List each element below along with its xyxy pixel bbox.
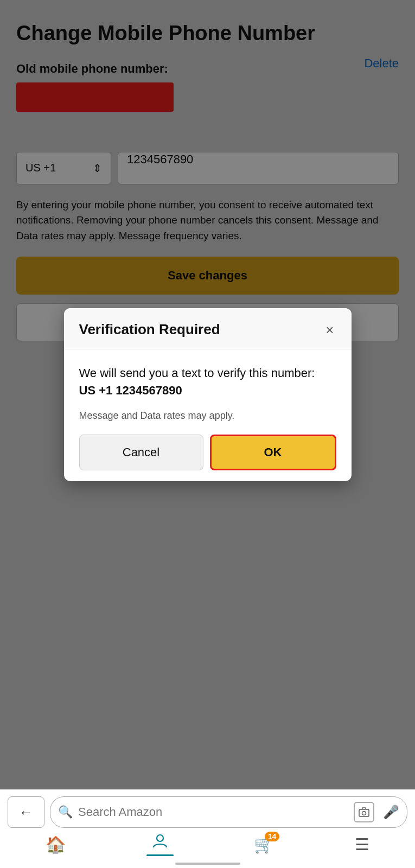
modal-buttons: Cancel OK xyxy=(79,435,336,470)
modal-title: Verification Required xyxy=(79,321,220,338)
home-icon: 🏠 xyxy=(46,835,66,854)
camera-icon[interactable] xyxy=(354,802,374,822)
cart-badge: 14 xyxy=(265,832,280,841)
modal-ok-button[interactable]: OK xyxy=(210,435,336,470)
modal-overlay: Verification Required × We will send you… xyxy=(0,0,415,789)
nav-tab-menu[interactable]: ☰ xyxy=(355,835,369,854)
svg-point-2 xyxy=(157,835,163,841)
back-arrow-icon: ← xyxy=(19,804,33,821)
modal-body: We will send you a text to verify this n… xyxy=(64,349,352,481)
modal-number: US +1 1234567890 xyxy=(79,384,182,397)
search-icon: 🔍 xyxy=(58,805,73,819)
nav-tab-account[interactable] xyxy=(146,832,174,856)
search-bar: ← 🔍 🎤 xyxy=(0,790,415,832)
search-input[interactable] xyxy=(78,805,348,819)
svg-point-1 xyxy=(362,812,366,815)
menu-icon: ☰ xyxy=(355,835,369,854)
account-icon xyxy=(151,832,169,853)
back-button[interactable]: ← xyxy=(8,796,44,828)
nav-tabs: 🏠 🛒 14 ☰ xyxy=(0,832,415,860)
bottom-handle xyxy=(175,863,240,865)
modal-cancel-button[interactable]: Cancel xyxy=(79,435,203,470)
modal-rates-text: Message and Data rates may apply. xyxy=(79,410,336,422)
nav-tab-home[interactable]: 🏠 xyxy=(46,835,66,854)
modal-close-button[interactable]: × xyxy=(323,323,336,337)
nav-tab-cart[interactable]: 🛒 14 xyxy=(254,835,274,854)
modal-message: We will send you a text to verify this n… xyxy=(79,365,336,399)
microphone-icon[interactable]: 🎤 xyxy=(383,805,399,820)
account-active-indicator xyxy=(146,854,174,856)
search-input-wrap[interactable]: 🔍 🎤 xyxy=(50,796,407,828)
modal-header: Verification Required × xyxy=(64,308,352,349)
verification-modal: Verification Required × We will send you… xyxy=(64,308,352,481)
bottom-bar: ← 🔍 🎤 🏠 xyxy=(0,789,415,868)
